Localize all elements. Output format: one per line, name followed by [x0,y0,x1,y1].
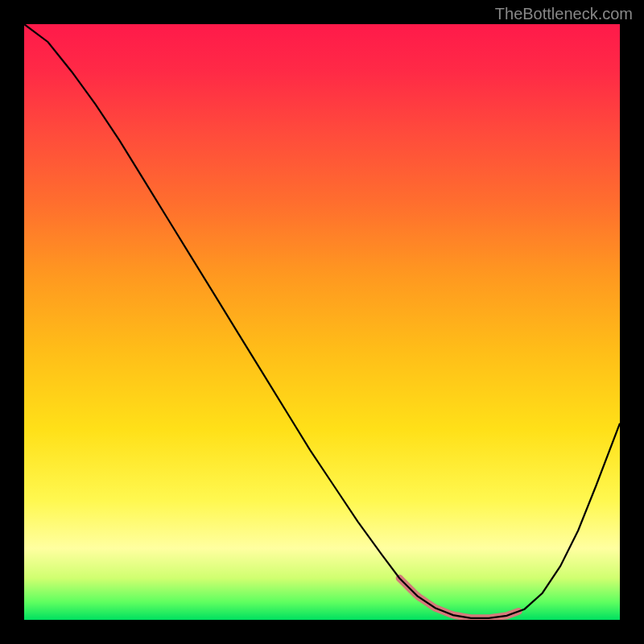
plot-area [24,24,620,620]
optimal-band [399,578,518,618]
watermark-text: TheBottleneck.com [495,5,633,23]
curve-svg [24,24,620,620]
bottleneck-curve [24,24,620,618]
chart-container: TheBottleneck.com [0,0,644,644]
